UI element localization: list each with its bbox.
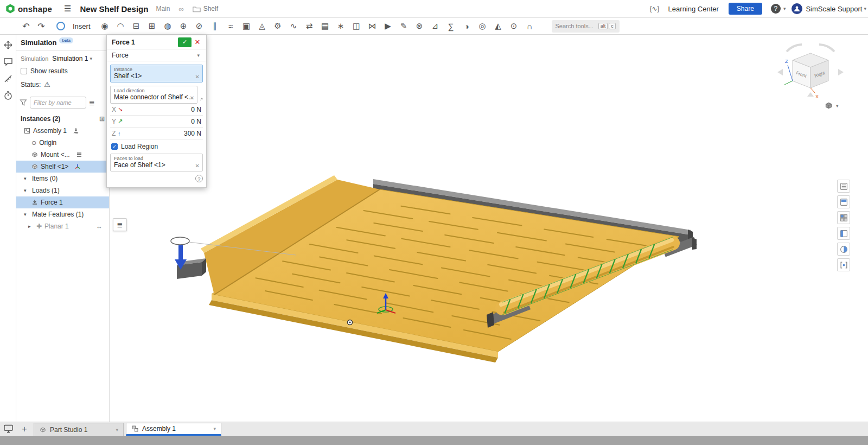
insert-instance-icon[interactable]: ⊞ bbox=[99, 115, 105, 123]
clear-direction-icon[interactable]: ✕ bbox=[190, 95, 194, 101]
interference-icon[interactable]: ⊗ bbox=[412, 19, 427, 33]
featurescript-icon[interactable]: {∿} bbox=[650, 5, 660, 12]
measure-panel-icon[interactable] bbox=[837, 258, 850, 271]
workspace-name[interactable]: Main bbox=[156, 5, 170, 12]
appearance-icon[interactable]: ◑ bbox=[459, 19, 475, 33]
measure-tool-icon[interactable]: ⊿ bbox=[427, 19, 443, 33]
undo-icon[interactable]: ↶ bbox=[18, 21, 34, 31]
transform-icon[interactable] bbox=[3, 40, 13, 50]
pan-down-arrow-icon[interactable] bbox=[807, 92, 814, 97]
list-view-icon[interactable]: ≣ bbox=[89, 99, 95, 107]
parent-folder-name[interactable]: Shelf bbox=[203, 5, 218, 12]
fasten-mate-icon[interactable]: ◉ bbox=[97, 19, 113, 33]
account-caret-icon[interactable]: ▾ bbox=[864, 6, 866, 11]
tree-item-shelf[interactable]: Shelf <1> bbox=[16, 161, 109, 173]
collapse-caret-icon[interactable]: ▾ bbox=[24, 212, 29, 217]
tree-section-items[interactable]: ▾ Items (0) bbox=[16, 173, 109, 185]
simulation-select[interactable]: Simulation 1 ▾ bbox=[52, 55, 94, 62]
onshape-logo-text[interactable]: onshape bbox=[18, 4, 52, 14]
tab-menu-caret-icon[interactable]: ▾ bbox=[213, 426, 216, 431]
pan-right-arrow-icon[interactable] bbox=[838, 69, 844, 75]
load-region-checkbox[interactable]: ✓ bbox=[111, 143, 118, 150]
hidden-instances-button[interactable]: ≣ bbox=[113, 218, 127, 231]
load-type-select[interactable]: Force ▾ bbox=[107, 49, 206, 61]
expand-caret-icon[interactable]: ▸ bbox=[28, 224, 34, 229]
lens-icon[interactable]: ⊙ bbox=[506, 19, 522, 33]
snapshot-icon[interactable]: ◫ bbox=[349, 19, 365, 33]
group-icon[interactable]: ▣ bbox=[239, 19, 254, 33]
ball-mate-icon[interactable]: ◍ bbox=[160, 19, 176, 33]
parallel-mate-icon[interactable]: ∥ bbox=[207, 19, 223, 33]
load-direction-field[interactable]: Load direction Mate connector of Shelf <… bbox=[110, 86, 197, 104]
help-caret-icon[interactable]: ▾ bbox=[783, 6, 786, 11]
drawing-icon[interactable]: ✎ bbox=[396, 19, 412, 33]
cylindrical-mate-icon[interactable]: ⊕ bbox=[176, 19, 192, 33]
named-positions-icon[interactable]: ⋈ bbox=[365, 19, 380, 33]
faces-to-load-field[interactable]: Faces to load Face of Shelf <1> ✕ bbox=[110, 154, 203, 171]
cancel-button[interactable]: ✕ bbox=[192, 38, 203, 46]
revolute-mate-icon[interactable]: ◠ bbox=[113, 19, 129, 33]
bom-table-icon[interactable]: ▤ bbox=[317, 19, 333, 33]
main-menu-icon[interactable]: ☰ bbox=[64, 4, 71, 14]
animate-mate-icon[interactable]: ↔ bbox=[96, 223, 103, 230]
tree-section-mate-features[interactable]: ▾ Mate Features (1) bbox=[16, 208, 109, 220]
gear-relation-icon[interactable]: ⚙ bbox=[270, 19, 286, 33]
comments-icon[interactable] bbox=[3, 57, 13, 67]
tab-part-studio-1[interactable]: Part Studio 1 ▾ bbox=[34, 423, 124, 436]
feature-list-panel-icon[interactable] bbox=[837, 180, 850, 193]
vr-view-icon[interactable]: ∩ bbox=[522, 19, 538, 33]
display-icon[interactable] bbox=[0, 422, 17, 436]
link-icon[interactable]: ∞ bbox=[178, 5, 183, 13]
appearance-panel-icon[interactable] bbox=[837, 243, 850, 256]
flip-direction-icon[interactable] bbox=[200, 95, 203, 104]
tree-item-assembly-1[interactable]: Assembly 1 bbox=[16, 125, 109, 137]
dialog-help-icon[interactable]: ? bbox=[195, 175, 203, 182]
tab-assembly-1[interactable]: Assembly 1 ▾ bbox=[126, 423, 221, 436]
clear-instance-icon[interactable]: ✕ bbox=[195, 74, 200, 80]
screw-relation-icon[interactable]: ∿ bbox=[286, 19, 302, 33]
insert-button[interactable]: Insert bbox=[73, 22, 91, 30]
view-options-button[interactable]: ▾ bbox=[825, 101, 840, 110]
tree-item-origin[interactable]: ⊙ Origin bbox=[16, 137, 109, 149]
measure-icon[interactable] bbox=[3, 74, 13, 84]
tree-item-planar-1[interactable]: ▸ ✚ Planar 1 ↔ bbox=[16, 220, 109, 232]
redo-icon[interactable]: ↷ bbox=[34, 21, 49, 31]
confirm-button[interactable]: ✓ bbox=[178, 37, 192, 47]
share-button[interactable]: Share bbox=[729, 3, 762, 15]
animate-icon[interactable]: ▶ bbox=[380, 19, 396, 33]
update-icon[interactable] bbox=[56, 22, 65, 30]
account-menu[interactable]: SimScale Support bbox=[806, 5, 862, 13]
section-view-icon[interactable]: ◭ bbox=[490, 19, 506, 33]
mass-properties-icon[interactable]: ∑ bbox=[443, 19, 459, 33]
custom-tables-panel-icon[interactable] bbox=[837, 227, 850, 240]
linear-relation-icon[interactable]: ⇄ bbox=[302, 19, 317, 33]
collapse-caret-icon[interactable]: ▾ bbox=[24, 188, 29, 193]
show-results-checkbox[interactable] bbox=[21, 68, 27, 74]
tangent-mate-icon[interactable]: ≈ bbox=[223, 19, 239, 33]
planar-mate-icon[interactable]: ⊞ bbox=[144, 19, 160, 33]
add-tab-button[interactable]: + bbox=[17, 423, 31, 436]
force-x-row[interactable]: X ↘ 0 N bbox=[110, 104, 203, 116]
mate-connector-icon[interactable]: ◬ bbox=[254, 19, 270, 33]
collapse-caret-icon[interactable]: ▾ bbox=[24, 176, 29, 181]
tab-menu-caret-icon[interactable]: ▾ bbox=[116, 427, 118, 433]
pan-left-arrow-icon[interactable] bbox=[777, 69, 783, 75]
hole-icon[interactable]: ◎ bbox=[475, 19, 490, 33]
tree-section-loads[interactable]: ▾ Loads (1) bbox=[16, 185, 109, 196]
avatar[interactable] bbox=[792, 3, 802, 14]
force-z-row[interactable]: Z ↑ 300 N bbox=[110, 128, 203, 139]
rotate-right-arrow-icon[interactable] bbox=[819, 44, 834, 52]
pin-slot-mate-icon[interactable]: ⊘ bbox=[192, 19, 207, 33]
instance-field[interactable]: Instance Shelf <1> ✕ bbox=[110, 65, 203, 82]
force-y-row[interactable]: Y ↗ 0 N bbox=[110, 116, 203, 128]
rotate-left-arrow-icon[interactable] bbox=[787, 44, 802, 52]
tree-item-force-1[interactable]: Force 1 bbox=[16, 196, 109, 208]
help-icon[interactable]: ? bbox=[771, 4, 781, 14]
timer-icon[interactable] bbox=[3, 91, 13, 100]
learning-center-link[interactable]: Learning Center bbox=[668, 5, 719, 13]
exploded-view-icon[interactable]: ∗ bbox=[333, 19, 349, 33]
slider-mate-icon[interactable]: ⊟ bbox=[129, 19, 144, 33]
onshape-logo-icon[interactable] bbox=[5, 4, 15, 14]
configurations-panel-icon[interactable] bbox=[837, 195, 850, 208]
display-states-panel-icon[interactable] bbox=[837, 211, 850, 224]
